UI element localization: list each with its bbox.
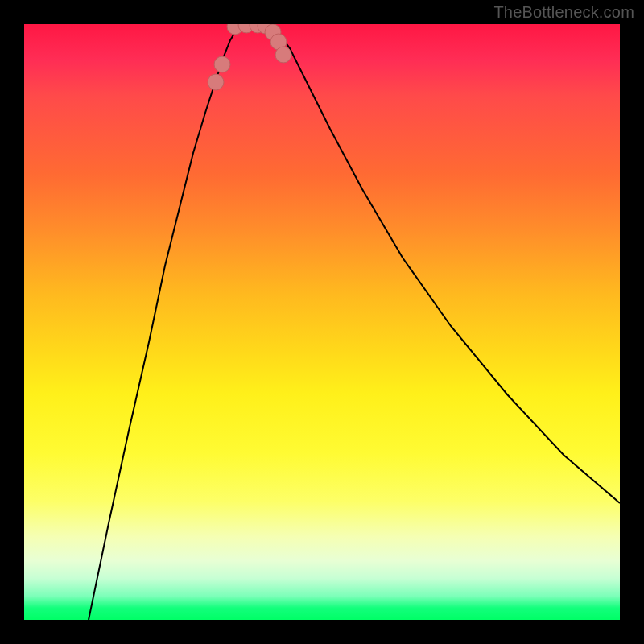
- chart-frame: TheBottleneck.com: [0, 0, 644, 644]
- marker-dot: [214, 56, 230, 72]
- marker-group: [208, 24, 291, 90]
- marker-dot: [208, 74, 224, 90]
- chart-svg: [24, 24, 620, 620]
- plot-area: [24, 24, 620, 620]
- curve-left-branch: [89, 24, 243, 620]
- marker-dot: [275, 47, 291, 63]
- curve-right-branch: [270, 24, 620, 503]
- watermark-text: TheBottleneck.com: [493, 3, 634, 22]
